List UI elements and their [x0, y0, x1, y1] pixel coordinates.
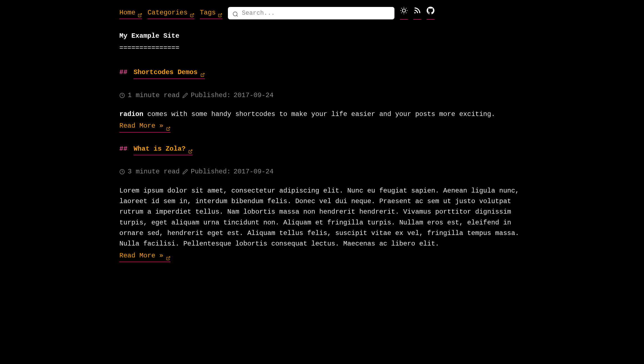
- svg-line-17: [168, 127, 170, 129]
- sun-icon: [400, 7, 408, 18]
- nav-link-label: Categories: [148, 7, 188, 18]
- svg-point-3: [233, 12, 237, 16]
- pencil-icon: [182, 169, 188, 175]
- nav-link-tags[interactable]: Tags: [200, 7, 223, 19]
- search-input[interactable]: [242, 10, 390, 17]
- svg-line-18: [190, 150, 192, 152]
- post-excerpt: Lorem ipsum dolor sit amet, consectetur …: [119, 186, 525, 249]
- nav-link-label: Home: [119, 7, 135, 18]
- read-time: 1 minute read: [128, 90, 180, 101]
- external-link-icon: [166, 124, 170, 128]
- post-meta: 1 minute read Published: 2017-09-24: [119, 90, 525, 101]
- icon-buttons: [400, 7, 434, 20]
- read-more-link[interactable]: Read More »: [119, 251, 170, 262]
- post: ## What is Zola? 3 minute read Published…: [119, 144, 525, 262]
- post-heading: ## Shortcodes Demos: [119, 67, 525, 79]
- svg-line-13: [406, 8, 407, 9]
- post-meta: 3 minute read Published: 2017-09-24: [119, 166, 525, 177]
- excerpt-bold: radion: [119, 110, 143, 118]
- theme-toggle-button[interactable]: [400, 7, 408, 20]
- rss-icon: [413, 7, 421, 18]
- external-link-icon: [218, 11, 222, 15]
- published-label: Published:: [191, 90, 231, 101]
- read-more-label: Read More »: [119, 251, 163, 261]
- post-title: Shortcodes Demos: [134, 67, 197, 78]
- published-label: Published:: [191, 166, 231, 177]
- hash-prefix: ##: [119, 145, 127, 153]
- external-link-icon: [200, 70, 205, 75]
- svg-point-14: [414, 12, 416, 14]
- post-title: What is Zola?: [134, 144, 185, 154]
- svg-point-5: [402, 9, 406, 12]
- search-icon: [232, 10, 238, 16]
- external-link-icon: [138, 11, 142, 15]
- rss-button[interactable]: [413, 7, 421, 20]
- svg-line-12: [401, 12, 402, 13]
- search-box[interactable]: [228, 7, 394, 19]
- github-icon: [427, 7, 434, 18]
- read-more-label: Read More »: [119, 121, 163, 131]
- post-heading: ## What is Zola?: [119, 144, 525, 155]
- post-title-link[interactable]: Shortcodes Demos: [134, 67, 205, 79]
- nav-links: Home Categories Tags: [119, 7, 222, 19]
- nav-link-categories[interactable]: Categories: [148, 7, 194, 19]
- title-underline: ===============: [119, 43, 525, 53]
- published-date: 2017-09-24: [233, 166, 273, 177]
- github-button[interactable]: [427, 7, 434, 20]
- svg-line-0: [139, 14, 141, 16]
- nav-link-home[interactable]: Home: [119, 7, 142, 19]
- svg-line-1: [192, 14, 193, 16]
- pencil-icon: [182, 93, 188, 98]
- site-title: My Example Site: [119, 31, 525, 41]
- svg-line-8: [401, 8, 402, 9]
- excerpt-text: comes with some handy shortcodes to make…: [143, 110, 495, 118]
- post-excerpt: radion comes with some handy shortcodes …: [119, 109, 525, 120]
- nav-link-label: Tags: [200, 7, 216, 18]
- post: ## Shortcodes Demos 1 minute read Publis…: [119, 67, 525, 133]
- post-title-link[interactable]: What is Zola?: [134, 144, 193, 155]
- svg-line-20: [168, 257, 170, 259]
- external-link-icon: [190, 11, 194, 15]
- hash-prefix: ##: [119, 69, 127, 76]
- svg-line-4: [237, 15, 238, 16]
- header: Home Categories Tags: [119, 7, 525, 20]
- svg-line-2: [220, 14, 222, 16]
- svg-line-9: [406, 12, 407, 13]
- read-time: 3 minute read: [128, 166, 180, 177]
- external-link-icon: [188, 147, 193, 151]
- published-date: 2017-09-24: [233, 90, 273, 101]
- svg-line-15: [202, 73, 204, 75]
- clock-icon: [119, 93, 125, 98]
- read-more-link[interactable]: Read More »: [119, 121, 170, 132]
- clock-icon: [119, 169, 125, 175]
- external-link-icon: [166, 254, 170, 258]
